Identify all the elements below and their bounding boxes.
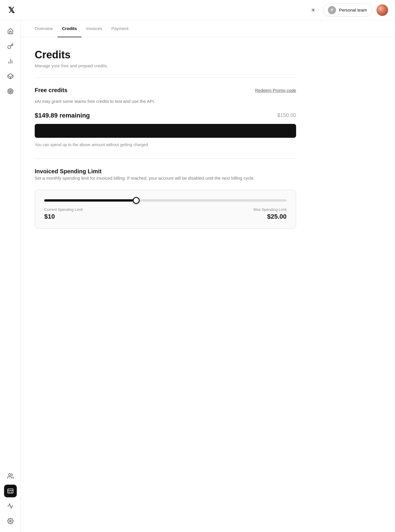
free-credits-section: Free credits Redeem Promo code xAI may g… [35,87,296,147]
settings-icon [7,518,14,524]
slider-track [44,199,287,202]
current-spending-group: Current Spending Limit $10 [44,207,83,220]
current-spending-label: Current Spending Limit [44,207,83,212]
chart-icon [7,58,14,64]
tab-payment[interactable]: Payment [107,20,133,37]
spending-limit-description: Set a monthly spending limit for invoice… [35,175,296,182]
svg-rect-10 [8,489,13,493]
sidebar-item-home[interactable] [4,25,17,38]
max-spending-group: Max Spending Limit $25.00 [254,207,287,220]
free-credits-description: xAI may grant some teams free credits to… [35,98,296,105]
team-selector[interactable]: P Personal team [323,3,372,17]
credits-progress-bar [35,124,296,138]
theme-toggle-button[interactable]: ☀ [308,5,318,15]
logo[interactable]: 𝕏 [7,4,19,16]
free-credits-title: Free credits [35,87,67,94]
max-spending-label: Max Spending Limit [254,207,287,212]
key-icon [7,43,14,49]
slider-fill [44,199,136,202]
svg-point-14 [10,520,11,522]
sidebar [0,20,21,532]
page-title: Credits [35,49,296,61]
spending-limit-section: Invoiced Spending Limit Set a monthly sp… [35,168,296,229]
main-content: Overview Credits Invoices Payment Credit… [21,20,395,532]
svg-point-8 [10,91,11,92]
credits-note: You can spend up to the above amount wit… [35,142,296,147]
sidebar-item-settings[interactable] [4,515,17,527]
tab-overview[interactable]: Overview [30,20,58,37]
credits-amounts: $149.89 remaining $150.00 [35,112,296,119]
svg-text:𝕏: 𝕏 [8,6,15,15]
credits-progress-fill [35,124,296,138]
tab-credits[interactable]: Credits [58,20,82,37]
activity-icon [7,503,14,509]
sidebar-item-billing[interactable] [4,485,17,497]
billing-icon [7,488,14,494]
sidebar-item-api-keys[interactable] [4,40,17,53]
free-credits-header: Free credits Redeem Promo code [35,87,296,94]
team-name: Personal team [339,8,367,12]
tab-invoices[interactable]: Invoices [82,20,107,37]
svg-point-9 [8,474,10,476]
tabs-bar: Overview Credits Invoices Payment [21,20,395,37]
target-icon [7,88,14,94]
home-icon [7,28,14,34]
credits-remaining: $149.89 remaining [35,112,90,119]
section-divider-top [35,77,296,78]
cube-icon [7,73,14,79]
team-avatar: P [328,6,336,14]
sidebar-item-usage[interactable] [4,55,17,68]
sidebar-item-models[interactable] [4,70,17,83]
sidebar-item-playground[interactable] [4,85,17,98]
slider-card: Current Spending Limit $10 Max Spending … [35,190,296,229]
sun-icon: ☀ [311,7,316,14]
header-right: ☀ P Personal team [308,3,388,17]
redeem-promo-link[interactable]: Redeem Promo code [255,88,296,93]
max-spending-value: $25.00 [254,213,287,220]
spending-slider-container [44,199,287,202]
team-icon [7,473,14,479]
slider-thumb[interactable] [133,197,140,204]
app-body: Overview Credits Invoices Payment Credit… [0,20,395,532]
page-content: Credits Manage your free and prepaid cre… [21,37,310,240]
page-subtitle: Manage your free and prepaid credits. [35,63,296,68]
svg-point-7 [9,90,12,93]
user-avatar[interactable] [376,4,388,16]
app-header: 𝕏 ☀ P Personal team [0,0,395,20]
spending-limit-title: Invoiced Spending Limit [35,168,296,175]
current-spending-value: $10 [44,213,83,220]
sidebar-item-team[interactable] [4,470,17,482]
slider-labels: Current Spending Limit $10 Max Spending … [44,207,287,220]
section-divider-middle [35,159,296,159]
user-avatar-image [376,4,388,16]
credits-total: $150.00 [277,112,296,118]
sidebar-item-activity[interactable] [4,500,17,512]
